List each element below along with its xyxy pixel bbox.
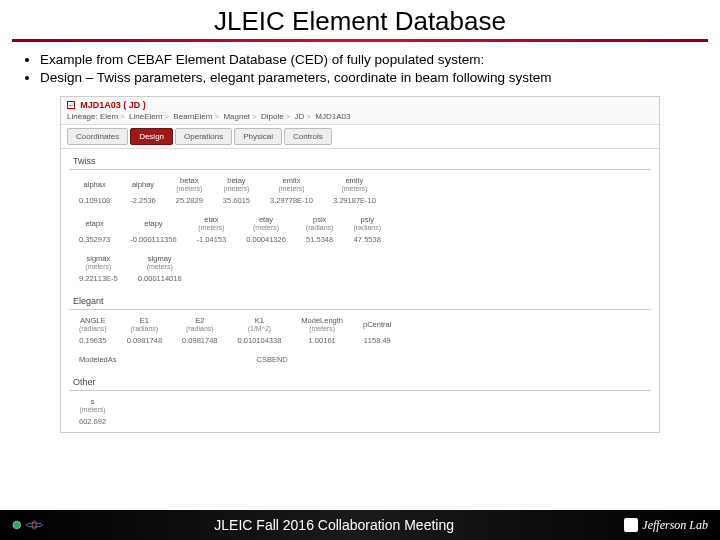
elegant-table-1: ANGLE(radians) E1(radians) E2(radians) K…: [69, 314, 401, 347]
cell: 0.010104338: [228, 334, 292, 347]
tab-operations[interactable]: Operations: [175, 128, 232, 145]
cell: 0.0981748: [117, 334, 172, 347]
col-header: psix(radians): [296, 213, 344, 233]
breadcrumb: Lineage: Elem> LineElem> BeamElem> Magne…: [67, 112, 653, 121]
bullet-item: Design – Twiss parameters, elegant param…: [40, 70, 696, 85]
col-header: psiy(radians): [343, 213, 391, 233]
cell: 0.00041326: [236, 233, 296, 246]
twiss-section: Twiss alphax alphay betax(meters) betay(…: [61, 149, 659, 289]
col-header: alphax: [69, 174, 120, 194]
cell: 25.2829: [166, 194, 213, 207]
lineage-item[interactable]: JD: [295, 112, 305, 121]
col-header: K1(1/M^2): [228, 314, 292, 334]
header-row: − MJD1A03 ( JD ) Lineage: Elem> LineElem…: [61, 97, 659, 125]
tab-controls[interactable]: Controls: [284, 128, 332, 145]
col-header: E1(radians): [117, 314, 172, 334]
twiss-table-2: etapx etapy etax(meters) etay(meters) ps…: [69, 213, 391, 246]
lineage-item[interactable]: LineElem: [129, 112, 162, 121]
bullet-item: Example from CEBAF Element Database (CED…: [40, 52, 696, 67]
cell: 35.6015: [213, 194, 260, 207]
lineage-label: Lineage:: [67, 112, 98, 121]
lab-name: Jefferson Lab: [642, 518, 708, 533]
col-header: E2(radians): [172, 314, 227, 334]
cell: 0.109108: [69, 194, 120, 207]
tab-bar: Coordinates Design Operations Physical C…: [61, 125, 659, 149]
section-heading: Elegant: [69, 293, 651, 310]
col-header: ModeledAs: [69, 353, 127, 366]
tab-physical[interactable]: Physical: [234, 128, 282, 145]
col-header: pCentral: [353, 314, 401, 334]
cell: 1158.49: [353, 334, 401, 347]
other-table: s(meters) 602.692: [69, 395, 116, 428]
section-heading: Twiss: [69, 153, 651, 170]
col-header: s(meters): [69, 395, 116, 415]
footer-meeting: JLEIC Fall 2016 Collaboration Meeting: [44, 517, 624, 533]
page-title: JLEIC Element Database: [0, 0, 720, 39]
tab-coordinates[interactable]: Coordinates: [67, 128, 128, 145]
col-header: etapy: [120, 213, 186, 233]
jlab-mark-icon: [624, 518, 638, 532]
collapse-icon[interactable]: −: [67, 101, 75, 109]
title-divider: [12, 39, 708, 42]
col-header: emity(meters): [323, 174, 386, 194]
cell: -1.04153: [187, 233, 237, 246]
cell: 3.29187E-10: [323, 194, 386, 207]
lineage-item[interactable]: Dipole: [261, 112, 284, 121]
elegant-section: Elegant ANGLE(radians) E1(radians) E2(ra…: [61, 289, 659, 370]
svg-point-2: [32, 521, 36, 529]
col-header: ANGLE(radians): [69, 314, 117, 334]
element-name: MJD1A03 ( JD ): [80, 100, 146, 110]
col-header: ModeLength(meters): [291, 314, 353, 334]
col-header: etay(meters): [236, 213, 296, 233]
col-header: etapx: [69, 213, 120, 233]
cell: 0.19635: [69, 334, 117, 347]
tab-design[interactable]: Design: [130, 128, 173, 145]
database-panel: − MJD1A03 ( JD ) Lineage: Elem> LineElem…: [60, 96, 660, 433]
lineage-item[interactable]: BeamElem: [173, 112, 212, 121]
other-section: Other s(meters) 602.692: [61, 370, 659, 432]
elegant-table-2: ModeledAsCSBEND: [69, 353, 298, 366]
lineage-item[interactable]: MJD1A03: [315, 112, 350, 121]
col-header: etax(meters): [187, 213, 237, 233]
lab-logo: Jefferson Lab: [624, 518, 708, 533]
col-header: alphay: [120, 174, 165, 194]
twiss-table-3: sigmax(meters) sigmay(meters) 9.22113E-5…: [69, 252, 192, 285]
lineage-item[interactable]: Elem: [100, 112, 118, 121]
cell: -2.2536: [120, 194, 165, 207]
cell: -0.000111356: [120, 233, 186, 246]
section-heading: Other: [69, 374, 651, 391]
cell: 0.0981748: [172, 334, 227, 347]
doe-seal-icon: [12, 516, 44, 534]
cell: 9.22113E-5: [69, 272, 128, 285]
cell: CSBEND: [247, 353, 298, 366]
col-header: sigmax(meters): [69, 252, 128, 272]
twiss-table-1: alphax alphay betax(meters) betay(meters…: [69, 174, 386, 207]
footer: JLEIC Fall 2016 Collaboration Meeting Je…: [0, 510, 720, 540]
cell: 0.000114018: [128, 272, 192, 285]
svg-point-0: [13, 521, 21, 529]
col-header: sigmay(meters): [128, 252, 192, 272]
svg-point-1: [26, 523, 42, 527]
cell: 1.00161: [291, 334, 353, 347]
bullet-list: Example from CEBAF Element Database (CED…: [0, 48, 720, 96]
lineage-item[interactable]: Magnet: [223, 112, 250, 121]
cell: 47.5538: [343, 233, 391, 246]
col-header: betax(meters): [166, 174, 213, 194]
cell: 0.352973: [69, 233, 120, 246]
cell: 51.5348: [296, 233, 344, 246]
col-header: betay(meters): [213, 174, 260, 194]
col-header: emitx(meters): [260, 174, 323, 194]
cell: 602.692: [69, 415, 116, 428]
cell: 3.29778E-10: [260, 194, 323, 207]
